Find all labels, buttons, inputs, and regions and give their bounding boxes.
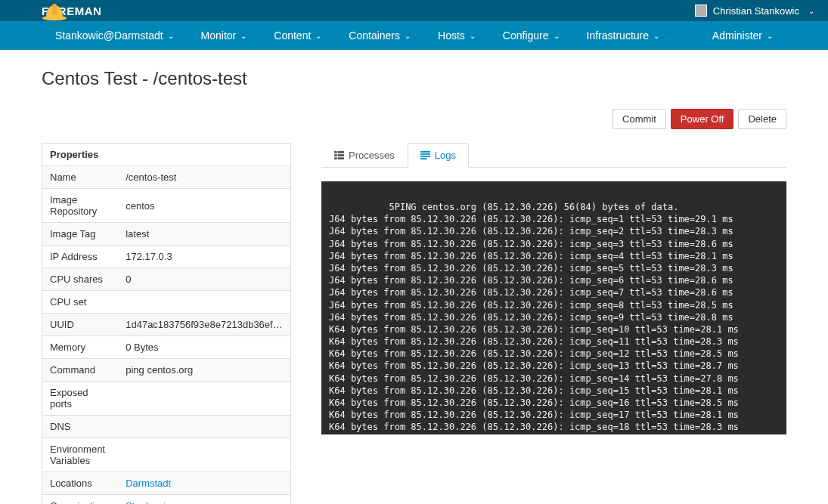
svg-rect-2 [338,151,344,153]
svg-rect-9 [420,156,430,157]
svg-rect-6 [338,157,344,159]
property-key: CPU shares [42,268,119,291]
property-row: CPU set [42,291,291,314]
chevron-down-icon: ⌄ [554,32,560,40]
svg-rect-4 [338,154,344,156]
nav-configure[interactable]: Configure⌄ [489,21,573,50]
user-menu[interactable]: Christian Stankowic ⌄ [695,5,814,17]
chevron-down-icon: ⌄ [767,32,773,40]
tabs: Processes Logs [321,143,786,168]
property-row: Memory0 Bytes [42,336,291,359]
svg-rect-8 [420,153,430,155]
properties-header: Properties [42,144,291,166]
delete-button[interactable]: Delete [738,109,786,129]
nav-infrastructure[interactable]: Infrastructure⌄ [573,21,673,50]
property-key: DNS [42,416,119,438]
property-row: DNS [42,416,291,438]
svg-rect-3 [334,154,337,156]
property-row: Name/centos-test [42,166,291,189]
nav-content[interactable]: Content⌄ [260,21,335,50]
property-value: ping centos.org [118,359,290,382]
property-key: Name [42,166,119,189]
property-value: 172.17.0.3 [118,246,290,268]
property-row: UUID1d47ac183756f93e8e7213db36ef6… [42,314,291,336]
property-key: Exposed ports [42,382,119,416]
logo-icon [42,3,67,23]
nav-containers[interactable]: Containers⌄ [335,21,424,50]
property-link[interactable]: Darmstadt [126,478,171,489]
property-key: Locations [42,472,119,495]
property-value: 1d47ac183756f93e8e7213db36ef6… [118,314,290,336]
nav-hosts[interactable]: Hosts⌄ [424,21,489,50]
logs-icon [420,151,430,159]
property-row: LocationsDarmstadt [42,472,291,495]
property-row: IP Address172.17.0.3 [42,246,291,268]
property-key: UUID [42,314,119,336]
property-key: Image Repository [42,189,119,223]
property-row: Commandping centos.org [42,359,291,382]
context-menu[interactable]: Stankowic@Darmstadt⌄ [42,21,188,50]
chevron-down-icon: ⌄ [168,32,174,40]
svg-rect-7 [420,151,430,153]
property-key: CPU set [42,291,119,314]
property-link[interactable]: Stankowic [126,500,170,504]
topbar: FOREMAN Christian Stankowic ⌄ [0,0,828,21]
tab-processes-label: Processes [349,150,395,161]
user-name: Christian Stankowic [713,5,799,17]
chevron-down-icon: ⌄ [315,32,321,40]
page-title: Centos Test - /centos-test [42,68,786,89]
property-value: Darmstadt [118,472,290,495]
commit-button[interactable]: Commit [612,109,666,129]
chevron-down-icon: ⌄ [240,32,247,40]
property-key: Organizations [42,495,119,505]
action-bar: Commit Power Off Delete [42,109,786,129]
property-key: Memory [42,336,119,359]
chevron-down-icon: ⌄ [808,7,814,15]
property-row: CPU shares0 [42,268,291,291]
property-value: Stankowic [118,495,290,505]
svg-rect-5 [334,157,337,159]
property-row: Image Repositorycentos [42,189,291,223]
property-row: Exposed ports [42,382,291,416]
svg-rect-1 [334,151,337,153]
avatar-icon [695,5,707,17]
log-output[interactable]: 5PING centos.org (85.12.30.226) 56(84) b… [321,181,786,434]
property-key: IP Address [42,246,119,268]
processes-icon [334,151,344,159]
property-value [118,291,290,314]
chevron-down-icon: ⌄ [653,32,659,40]
property-row: OrganizationsStankowic [42,495,291,505]
navbar: Stankowic@Darmstadt⌄ Monitor⌄Content⌄Con… [0,21,828,50]
property-value: /centos-test [118,166,290,189]
property-value: centos [118,189,290,223]
power-off-button[interactable]: Power Off [671,109,734,129]
property-value [118,438,290,472]
tab-processes[interactable]: Processes [321,143,408,167]
svg-rect-10 [420,158,426,159]
chevron-down-icon: ⌄ [405,32,411,40]
property-key: Image Tag [42,223,119,246]
property-row: Environment Variables [42,438,291,472]
property-value [118,382,290,416]
property-key: Environment Variables [42,438,119,472]
property-value: 0 Bytes [118,336,290,359]
property-value [118,416,290,438]
property-key: Command [42,359,119,382]
property-value: 0 [118,268,290,291]
property-value: latest [118,223,290,246]
nav-monitor[interactable]: Monitor⌄ [188,21,261,50]
tab-logs-label: Logs [435,150,456,161]
chevron-down-icon: ⌄ [470,32,476,40]
nav-administer[interactable]: Administer⌄ [699,21,786,50]
tab-logs[interactable]: Logs [408,143,469,168]
property-row: Image Taglatest [42,223,291,246]
properties-table: Properties Name/centos-testImage Reposit… [42,143,291,504]
